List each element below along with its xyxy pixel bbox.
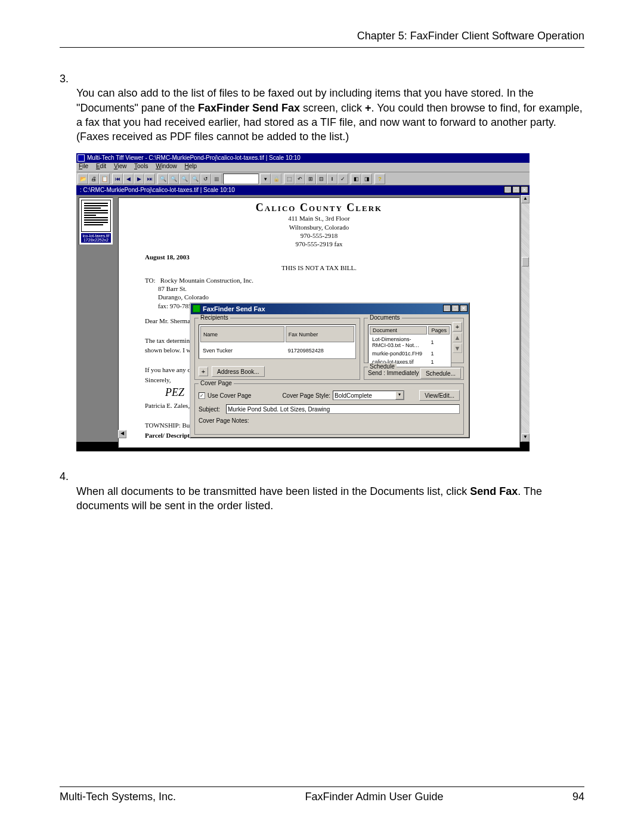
table-row[interactable]: Lot-Dimensions-RMCI-03.txt - Not…1: [370, 336, 450, 349]
maximize-icon[interactable]: □: [512, 186, 520, 193]
app-icon: [78, 154, 85, 162]
menu-window[interactable]: Window: [156, 163, 177, 169]
tb-dd-icon[interactable]: ▾: [260, 174, 271, 184]
tb-open-icon[interactable]: 📂: [78, 174, 88, 184]
recip-fax: 917209852428: [286, 343, 354, 357]
dlg-minimize-icon[interactable]: _: [443, 305, 451, 312]
to1: Rocky Mountain Construction, Inc.: [160, 277, 253, 284]
tb-nav2-icon[interactable]: ◀: [123, 174, 134, 184]
col-pages[interactable]: Pages: [428, 326, 450, 335]
dialog-icon: [193, 305, 200, 312]
close-icon[interactable]: ×: [521, 186, 528, 193]
recipients-add-button[interactable]: +: [199, 367, 208, 376]
view-edit-button[interactable]: View/Edit...: [419, 390, 460, 401]
schedule-button[interactable]: Schedule...: [420, 368, 461, 379]
tb-zoomout-icon[interactable]: 🔍: [168, 174, 179, 184]
chevron-down-icon[interactable]: ▾: [395, 391, 404, 400]
tb-clean-icon[interactable]: ✓: [338, 174, 348, 184]
documents-add-button[interactable]: +: [453, 322, 462, 332]
signature: PEZ: [165, 386, 184, 398]
documents-up-button[interactable]: ▲: [453, 333, 462, 342]
to-label: TO:: [145, 277, 156, 284]
dlg-close-icon[interactable]: ×: [460, 305, 467, 312]
chapter-header: Chapter 5: FaxFinder Client Software Ope…: [60, 30, 584, 42]
menubar[interactable]: File Edit View Tools Window Help: [76, 163, 530, 172]
step3-bold2: +: [365, 102, 371, 114]
menu-tools[interactable]: Tools: [134, 163, 148, 169]
tb-next-icon[interactable]: ◨: [361, 174, 372, 184]
doc2: murkie-pond01c.FH9: [370, 350, 427, 357]
dialog-titlebar: FaxFinder Send Fax _ □ ×: [191, 304, 469, 314]
table-row[interactable]: murkie-pond01c.FH91: [370, 350, 450, 357]
table-row[interactable]: Sven Tucker917209852428: [200, 343, 354, 357]
doc2-p: 1: [428, 350, 450, 357]
tb-help-icon[interactable]: ?: [374, 174, 385, 184]
child-title-text: : C:\RMC-MurkiePond-Proj\calico-lot-taxe…: [80, 187, 235, 193]
col-name[interactable]: Name: [200, 326, 284, 342]
tb-print-icon[interactable]: 🖨: [88, 174, 99, 184]
menu-help[interactable]: Help: [185, 163, 197, 169]
tb-invert-icon[interactable]: I: [327, 174, 338, 184]
tb-sel-icon[interactable]: ⬚: [284, 174, 295, 184]
tb-nav1-icon[interactable]: ⏮: [112, 174, 123, 184]
thumbnail-caption: ico-lot-taxes.tif 1728x2252x2: [81, 233, 111, 243]
p1: The tax determinat: [145, 337, 194, 344]
to2: 87 Barr St.: [158, 285, 187, 292]
letter-date: August 18, 2003: [145, 253, 511, 261]
cover-page-group: ✓ Use Cover Page Cover Page Style: BoldC…: [194, 383, 464, 435]
tb-prev-icon[interactable]: ◧: [351, 174, 361, 184]
tb-a-icon[interactable]: 🔒: [271, 174, 281, 184]
tb-mirror-icon[interactable]: ⊟: [316, 174, 327, 184]
not-tax-bill: THIS IS NOT A TAX BILL.: [127, 264, 511, 271]
subject-input[interactable]: Murkie Pond Subd. Lot Sizes, Drawing: [226, 404, 460, 414]
menu-file[interactable]: File: [79, 163, 88, 169]
child-titlebar: : C:\RMC-MurkiePond-Proj\calico-lot-taxe…: [76, 185, 530, 195]
dlg-maximize-icon[interactable]: □: [451, 305, 459, 312]
documents-down-button[interactable]: ▼: [453, 343, 462, 353]
doc1: Lot-Dimensions-RMCI-03.txt - Not…: [370, 336, 427, 349]
tb-copy-icon[interactable]: 📋: [99, 174, 110, 184]
documents-table[interactable]: DocumentPages Lot-Dimensions-RMCI-03.txt…: [368, 324, 451, 367]
footer-page-number: 94: [572, 791, 584, 803]
tiff-title-text: Multi-Tech Tiff Viewer - C:\RMC-MurkiePo…: [87, 154, 301, 161]
send-fax-dialog: FaxFinder Send Fax _ □ × NameFax Number …: [190, 302, 470, 438]
tb-zoom-combo[interactable]: [223, 174, 259, 184]
subject-value: Murkie Pond Subd. Lot Sizes, Drawing: [228, 406, 330, 413]
tb-rot1-icon[interactable]: ↶: [295, 174, 305, 184]
menu-view[interactable]: View: [114, 163, 127, 169]
recipients-table[interactable]: NameFax Number Sven Tucker917209852428: [199, 324, 356, 359]
tb-zoom2-icon[interactable]: 🔍: [190, 174, 200, 184]
tb-rot2-icon[interactable]: ⊞: [305, 174, 316, 184]
screenshot: Multi-Tech Tiff Viewer - C:\RMC-MurkiePo…: [76, 153, 530, 451]
tb-nav4-icon[interactable]: ⏭: [144, 174, 155, 184]
tb-zoomreset-icon[interactable]: ↺: [200, 174, 211, 184]
dialog-title-text: FaxFinder Send Fax: [203, 305, 265, 312]
scroll-up-icon[interactable]: ▲: [521, 195, 530, 203]
schedule-group: Send : Immediately Schedule...: [364, 367, 464, 380]
use-cover-label: Use Cover Page: [208, 392, 251, 399]
col-fax[interactable]: Fax Number: [286, 326, 354, 342]
tiff-titlebar: Multi-Tech Tiff Viewer - C:\RMC-MurkiePo…: [76, 153, 530, 163]
thumbnail-pane[interactable]: ico-lot-taxes.tif 1728x2252x2: [79, 197, 113, 245]
p3: If you have any qu: [145, 366, 194, 373]
minimize-icon[interactable]: _: [504, 186, 512, 193]
page-thumbnail[interactable]: [81, 200, 111, 232]
scroll-thumb[interactable]: [522, 257, 529, 267]
vertical-scrollbar[interactable]: ▲ ▼: [521, 195, 530, 442]
address-book-button[interactable]: Address Book...: [212, 366, 265, 377]
tb-fit-icon[interactable]: ▦: [211, 174, 222, 184]
tb-zoom1-icon[interactable]: 🔍: [179, 174, 190, 184]
cover-style-value: BoldComplete: [335, 392, 372, 399]
scroll-down-icon[interactable]: ▼: [521, 433, 530, 442]
scroll-left-icon[interactable]: ◀: [118, 430, 126, 438]
menu-edit[interactable]: Edit: [96, 163, 106, 169]
scroll-track[interactable]: [521, 203, 530, 433]
cover-style-combo[interactable]: BoldComplete ▾: [333, 391, 404, 400]
step4-bold1: Send Fax: [470, 485, 518, 497]
tb-nav3-icon[interactable]: ▶: [134, 174, 144, 184]
toolbar: 📂 🖨 📋 ⏮ ◀ ▶ ⏭ 🔍 🔍 🔍 🔍 ↺ ▦ ▾ 🔒 ⬚ ↶ ⊞ ⊟ I …: [76, 172, 530, 185]
col-doc[interactable]: Document: [370, 326, 427, 335]
use-cover-checkbox[interactable]: ✓: [199, 392, 205, 399]
tb-zoomin-icon[interactable]: 🔍: [157, 174, 168, 184]
to3: Durango, Colorado: [158, 293, 209, 301]
